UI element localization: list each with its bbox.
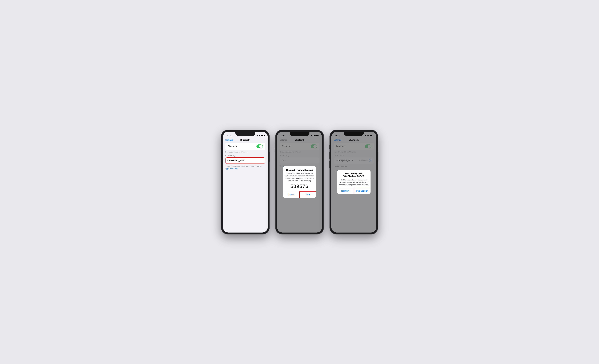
- pairing-dialog-title: Bluetooth Pairing Request: [285, 169, 314, 171]
- signal-bars-1: [256, 135, 258, 136]
- pairing-dialog-message: "CarPlayBox_587a" would like to pair wit…: [285, 172, 314, 182]
- phone-3: 18:02 4G Se: [330, 130, 378, 234]
- battery-1: [261, 135, 264, 136]
- use-carplay-button[interactable]: Use CarPlay: [354, 188, 370, 194]
- footer-text-1: To pair an Apple Watch with your iPhone,…: [223, 164, 268, 171]
- device-row-1[interactable]: CarPlayBox_587a: [225, 157, 265, 164]
- status-right-1: 4G: [256, 135, 264, 136]
- nav-header-1: Settings Bluetooth: [223, 138, 268, 143]
- bluetooth-toggle-row-1: Bluetooth: [225, 143, 265, 150]
- pairing-code: 589576: [285, 184, 314, 189]
- phones-container: 18:02 4G Se: [221, 130, 378, 234]
- pairing-dialog-buttons: Cancel Pair: [283, 192, 316, 198]
- bluetooth-label-1: Bluetooth: [228, 145, 237, 148]
- nav-title-1: Bluetooth: [240, 139, 250, 141]
- pairing-dialog: Bluetooth Pairing Request "CarPlayBox_58…: [283, 166, 316, 198]
- bluetooth-toggle-1[interactable]: [256, 144, 263, 148]
- nav-back-1[interactable]: Settings: [225, 139, 233, 141]
- carplay-overlay: Use CarPlay with"CarPlayBox_587a"? CarPl…: [331, 132, 376, 233]
- not-now-button[interactable]: Not Now: [337, 188, 354, 194]
- devices-header-1: DEVICES: [223, 153, 268, 157]
- carplay-dialog: Use CarPlay with"CarPlayBox_587a"? CarPl…: [337, 170, 370, 194]
- spinner-1: [233, 155, 235, 157]
- notch-1: [235, 132, 255, 136]
- phone-2: 18:02 4G Se: [275, 130, 324, 234]
- signal-label-1: 4G: [258, 135, 260, 136]
- cancel-button[interactable]: Cancel: [283, 192, 300, 198]
- device-name-1: CarPlayBox_587a: [228, 159, 245, 162]
- carplay-dialog-title: Use CarPlay with"CarPlayBox_587a"?: [339, 173, 369, 178]
- pairing-overlay: Bluetooth Pairing Request "CarPlayBox_58…: [277, 132, 322, 233]
- carplay-dialog-message: CarPlay automatically connects your iPho…: [339, 179, 369, 186]
- carplay-dialog-buttons: Not Now Use CarPlay: [337, 188, 370, 194]
- phone-1: 18:02 4G Se: [221, 130, 269, 234]
- footer-link-1[interactable]: Apple Watch app.: [225, 168, 238, 169]
- status-time-1: 18:02: [226, 135, 231, 136]
- discoverable-text-1: Now discoverable as "iPhone".: [223, 150, 268, 153]
- pair-button[interactable]: Pair: [300, 191, 316, 198]
